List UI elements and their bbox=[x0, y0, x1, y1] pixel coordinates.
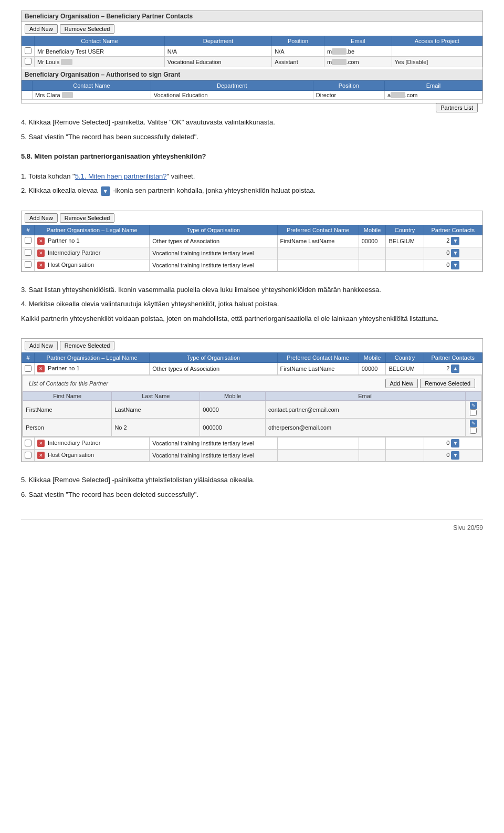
collapse-icon[interactable]: ▲ bbox=[451, 365, 459, 373]
contacts-count-cell: 0 ▼ bbox=[424, 259, 482, 271]
row-checkbox[interactable] bbox=[22, 235, 35, 247]
contact-checkbox[interactable] bbox=[470, 427, 477, 434]
expand-icon[interactable]: ▼ bbox=[451, 261, 459, 269]
contacts-remove-btn[interactable]: Remove Selected bbox=[420, 379, 475, 388]
col-country: Country bbox=[386, 225, 424, 235]
partners-btn-bar-1: Add New Remove Selected bbox=[22, 211, 482, 225]
partners-list-button[interactable]: Partners List bbox=[436, 103, 478, 112]
contact-cell bbox=[277, 247, 359, 259]
bottom-step-5-text: Klikkaa [Remove Selected] -painiketta yh… bbox=[28, 476, 255, 484]
bottom-step-6: 6. Saat viestin "The record has been del… bbox=[21, 490, 483, 500]
access-cell: Yes [Disable] bbox=[392, 57, 482, 67]
col-email-c: Email bbox=[266, 392, 466, 401]
checkbox-input[interactable] bbox=[25, 452, 32, 459]
row-checkbox[interactable] bbox=[22, 450, 35, 462]
auth-section-title: Beneficiary Organisation – Authorised to… bbox=[22, 69, 482, 80]
checkbox-input[interactable] bbox=[25, 58, 32, 65]
step-1-link[interactable]: 5.1. Miten haen partnerilistan? bbox=[75, 172, 167, 180]
section-58-heading: 5.8. Miten poistan partneriorganisaation… bbox=[21, 151, 483, 162]
bottom-step-6-num: 6. bbox=[21, 491, 27, 498]
email-blurred bbox=[391, 92, 405, 98]
remove-selected-partners-1[interactable]: Remove Selected bbox=[60, 213, 115, 223]
step-5-text: 5. Saat viestin "The record has been suc… bbox=[21, 132, 483, 142]
email-contact-cell: contact.partner@email.com bbox=[266, 401, 466, 419]
col-department: Department bbox=[164, 36, 271, 46]
contact-cell bbox=[277, 438, 359, 450]
table-row: ✕ Host Organisation Vocational training … bbox=[22, 259, 482, 271]
contacts-subtable-row: List of Contacts for this Partner Add Ne… bbox=[22, 375, 482, 438]
contact-name-cell: Mr Louis bbox=[35, 57, 165, 67]
table-row: Mrs Clara Vocational Education Director … bbox=[22, 91, 482, 100]
step-4-area-text: 4. Merkitse oikealla olevia valintaruutu… bbox=[21, 299, 483, 309]
checkbox-input[interactable] bbox=[25, 249, 32, 256]
add-new-partners-1[interactable]: Add New bbox=[25, 213, 58, 223]
remove-selected-partners-2[interactable]: Remove Selected bbox=[60, 341, 115, 350]
checkbox-input[interactable] bbox=[25, 365, 32, 372]
remove-selected-button-top[interactable]: Remove Selected bbox=[60, 24, 115, 34]
red-icon-btn[interactable]: ✕ bbox=[37, 452, 45, 459]
contact-row: FirstName LastName 00000 contact.partner… bbox=[23, 401, 481, 419]
partners-btn-bar-2: Add New Remove Selected bbox=[22, 339, 482, 352]
col-type-2: Type of Organisation bbox=[150, 353, 277, 363]
org-name-cell: ✕ Intermediary Partner bbox=[35, 438, 150, 450]
step-4-num: 4. bbox=[21, 300, 27, 308]
last-name-cell: LastName bbox=[112, 401, 200, 419]
add-new-button-top[interactable]: Add New bbox=[25, 24, 58, 34]
step-1-text: Toista kohdan " bbox=[28, 172, 75, 180]
org-name-cell: ✕ Partner no 1 bbox=[35, 363, 150, 375]
table-row: ✕ Partner no 1 Other types of Associatio… bbox=[22, 235, 482, 247]
name-blurred bbox=[61, 59, 72, 65]
col-type: Type of Organisation bbox=[150, 225, 277, 235]
department-cell: N/A bbox=[164, 46, 271, 57]
table-row: ✕ Intermediary Partner Vocational traini… bbox=[22, 247, 482, 259]
edit-icon-btn[interactable]: ✎ bbox=[470, 420, 477, 427]
checkbox-input[interactable] bbox=[25, 47, 32, 54]
table-row: ✕ Host Organisation Vocational training … bbox=[22, 450, 482, 462]
expand-icon[interactable]: ▼ bbox=[451, 451, 459, 460]
mobile-contact-cell: 00000 bbox=[200, 401, 266, 419]
row-checkbox[interactable] bbox=[22, 438, 35, 450]
contacts-subtable-wrap: List of Contacts for this Partner Add Ne… bbox=[22, 375, 482, 437]
add-new-partners-2[interactable]: Add New bbox=[25, 341, 58, 350]
contact-checkbox[interactable] bbox=[470, 409, 477, 416]
contacts-add-btn[interactable]: Add New bbox=[385, 379, 418, 388]
auth-contacts-table: Contact Name Department Position Email M… bbox=[22, 80, 482, 100]
action-cell: ✎ bbox=[466, 401, 481, 419]
step-1-num: 1. bbox=[21, 172, 27, 180]
expand-icon[interactable]: ▼ bbox=[451, 237, 459, 245]
row-checkbox[interactable] bbox=[22, 46, 35, 57]
row-checkbox[interactable] bbox=[22, 57, 35, 67]
red-icon-btn[interactable]: ✕ bbox=[37, 262, 45, 269]
table-row: Mr Beneficiary Test USER N/A N/A m .be bbox=[22, 46, 482, 57]
red-icon-btn[interactable]: ✕ bbox=[37, 440, 45, 447]
contact-row: Person No 2 000000 otherperson@email.com… bbox=[23, 419, 481, 436]
red-icon-btn[interactable]: ✕ bbox=[37, 365, 45, 372]
contacts-count-cell: 0 ▼ bbox=[424, 438, 482, 450]
step-4-num: 4. bbox=[21, 118, 27, 126]
expand-icon[interactable]: ▼ bbox=[451, 439, 459, 447]
red-icon-btn[interactable]: ✕ bbox=[37, 237, 45, 245]
checkbox-input[interactable] bbox=[25, 237, 32, 244]
type-cell: Vocational training institute tertiary l… bbox=[150, 438, 277, 450]
expand-icon[interactable]: ▼ bbox=[451, 249, 459, 257]
contacts-table: First Name Last Name Mobile Email FirstN… bbox=[23, 391, 481, 436]
col-access: Access to Project bbox=[392, 36, 482, 46]
row-checkbox[interactable] bbox=[22, 363, 35, 375]
red-icon-btn[interactable]: ✕ bbox=[37, 249, 45, 257]
checkbox-input[interactable] bbox=[25, 261, 32, 268]
checkbox-input[interactable] bbox=[25, 440, 32, 446]
bottom-steps: 5. Klikkaa [Remove Selected] -painiketta… bbox=[21, 470, 483, 509]
org-name-cell: ✕ Intermediary Partner bbox=[35, 247, 150, 259]
mobile-cell bbox=[359, 438, 386, 450]
col-action bbox=[466, 392, 481, 401]
page-footer: Sivu 20/59 bbox=[21, 519, 483, 532]
country-cell bbox=[386, 247, 424, 259]
table-row: ✕ Intermediary Partner Vocational traini… bbox=[22, 438, 482, 450]
col-partner-contacts: Partner Contacts bbox=[424, 225, 482, 235]
edit-icon-btn[interactable]: ✎ bbox=[470, 402, 477, 409]
row-checkbox[interactable] bbox=[22, 247, 35, 259]
col-mobile-2: Mobile bbox=[359, 353, 386, 363]
bottom-step-5: 5. Klikkaa [Remove Selected] -painiketta… bbox=[21, 475, 483, 485]
beneficiary-contacts-title: Beneficiary Organisation – Beneficiary P… bbox=[22, 11, 482, 22]
row-checkbox[interactable] bbox=[22, 259, 35, 271]
